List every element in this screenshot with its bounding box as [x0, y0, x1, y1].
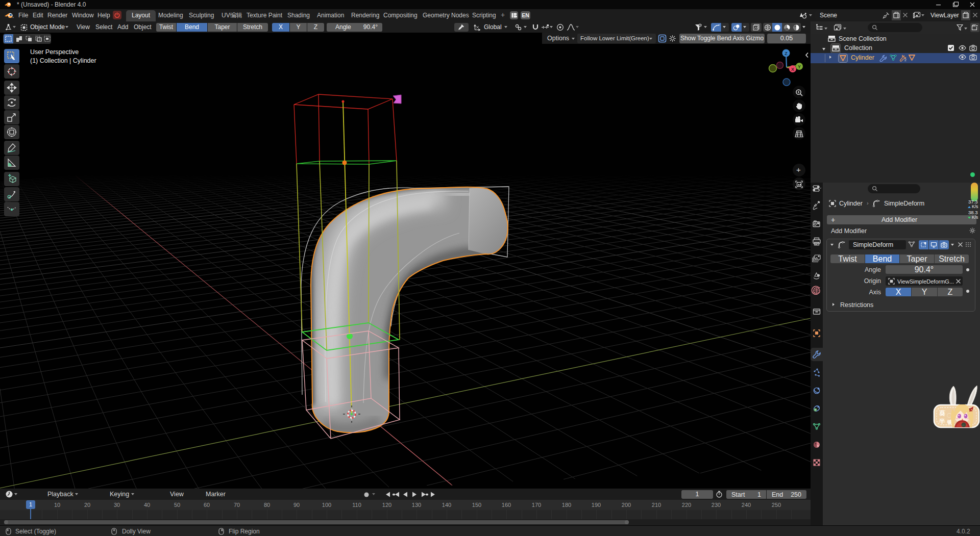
svg-text:X: X	[791, 67, 794, 72]
svg-text:葵: 葵	[939, 410, 946, 417]
svg-text:2: 2	[904, 58, 906, 62]
svg-text:Z: Z	[785, 51, 788, 56]
svg-text:半: 半	[939, 418, 945, 425]
svg-text:Y: Y	[798, 64, 801, 69]
